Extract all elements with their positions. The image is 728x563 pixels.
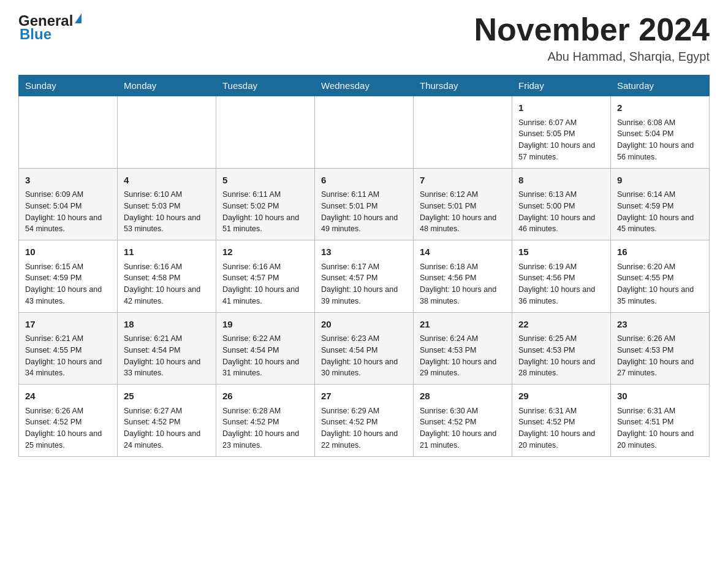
day-number: 12 [222,245,308,259]
weekday-header-tuesday: Tuesday [216,75,315,96]
day-info: Sunrise: 6:22 AM Sunset: 4:54 PM Dayligh… [222,334,299,377]
day-info: Sunrise: 6:26 AM Sunset: 4:53 PM Dayligh… [617,334,694,377]
day-number: 4 [124,174,210,188]
calendar-cell: 20Sunrise: 6:23 AM Sunset: 4:54 PM Dayli… [315,312,414,385]
day-info: Sunrise: 6:24 AM Sunset: 4:53 PM Dayligh… [420,334,496,377]
day-number: 19 [222,318,308,332]
day-number: 6 [321,174,407,188]
page-header: General Blue November 2024 Abu Hammad, S… [18,12,710,64]
calendar-cell: 27Sunrise: 6:29 AM Sunset: 4:52 PM Dayli… [315,385,414,457]
day-info: Sunrise: 6:17 AM Sunset: 4:57 PM Dayligh… [321,262,398,305]
calendar-week-row: 1Sunrise: 6:07 AM Sunset: 5:05 PM Daylig… [19,96,710,169]
weekday-header-friday: Friday [512,75,611,96]
day-info: Sunrise: 6:21 AM Sunset: 4:55 PM Dayligh… [25,334,102,377]
day-number: 7 [420,174,506,188]
calendar-header: SundayMondayTuesdayWednesdayThursdayFrid… [19,75,710,96]
calendar-cell: 11Sunrise: 6:16 AM Sunset: 4:58 PM Dayli… [118,240,216,313]
day-number: 9 [617,174,703,188]
weekday-header-row: SundayMondayTuesdayWednesdayThursdayFrid… [19,75,710,96]
calendar-cell [216,96,315,169]
logo-arrow-icon [75,13,82,23]
weekday-header-wednesday: Wednesday [315,75,414,96]
day-info: Sunrise: 6:07 AM Sunset: 5:05 PM Dayligh… [518,118,595,161]
day-info: Sunrise: 6:16 AM Sunset: 4:57 PM Dayligh… [222,262,299,305]
day-info: Sunrise: 6:31 AM Sunset: 4:52 PM Dayligh… [518,407,595,450]
calendar-cell: 25Sunrise: 6:27 AM Sunset: 4:52 PM Dayli… [118,385,216,457]
day-info: Sunrise: 6:11 AM Sunset: 5:02 PM Dayligh… [222,190,299,233]
calendar-cell: 14Sunrise: 6:18 AM Sunset: 4:56 PM Dayli… [414,240,512,313]
day-info: Sunrise: 6:14 AM Sunset: 4:59 PM Dayligh… [617,190,694,233]
calendar-cell: 2Sunrise: 6:08 AM Sunset: 5:04 PM Daylig… [611,96,710,169]
day-number: 8 [518,174,604,188]
location-text: Abu Hammad, Sharqia, Egypt [474,50,710,64]
calendar-week-row: 3Sunrise: 6:09 AM Sunset: 5:04 PM Daylig… [19,168,710,240]
weekday-header-monday: Monday [118,75,216,96]
calendar-cell: 7Sunrise: 6:12 AM Sunset: 5:01 PM Daylig… [414,168,512,240]
calendar-cell: 28Sunrise: 6:30 AM Sunset: 4:52 PM Dayli… [414,385,512,457]
day-number: 26 [222,389,308,404]
calendar-cell: 22Sunrise: 6:25 AM Sunset: 4:53 PM Dayli… [512,312,611,385]
calendar-cell: 23Sunrise: 6:26 AM Sunset: 4:53 PM Dayli… [611,312,710,385]
day-info: Sunrise: 6:19 AM Sunset: 4:56 PM Dayligh… [518,262,595,305]
weekday-header-saturday: Saturday [611,75,710,96]
day-number: 27 [321,389,407,404]
calendar-cell: 10Sunrise: 6:15 AM Sunset: 4:59 PM Dayli… [19,240,118,313]
day-number: 30 [617,389,703,404]
calendar-cell: 6Sunrise: 6:11 AM Sunset: 5:01 PM Daylig… [315,168,414,240]
day-info: Sunrise: 6:30 AM Sunset: 4:52 PM Dayligh… [420,407,496,450]
day-info: Sunrise: 6:11 AM Sunset: 5:01 PM Dayligh… [321,190,398,233]
day-info: Sunrise: 6:20 AM Sunset: 4:55 PM Dayligh… [617,262,694,305]
calendar-cell: 13Sunrise: 6:17 AM Sunset: 4:57 PM Dayli… [315,240,414,313]
day-info: Sunrise: 6:15 AM Sunset: 4:59 PM Dayligh… [25,262,102,305]
day-info: Sunrise: 6:16 AM Sunset: 4:58 PM Dayligh… [124,262,200,305]
day-number: 22 [518,318,604,332]
calendar-table: SundayMondayTuesdayWednesdayThursdayFrid… [18,75,710,457]
day-info: Sunrise: 6:12 AM Sunset: 5:01 PM Dayligh… [420,190,496,233]
calendar-week-row: 24Sunrise: 6:26 AM Sunset: 4:52 PM Dayli… [19,385,710,457]
calendar-cell: 16Sunrise: 6:20 AM Sunset: 4:55 PM Dayli… [611,240,710,313]
day-number: 10 [25,245,111,259]
day-number: 16 [617,245,703,259]
calendar-cell: 9Sunrise: 6:14 AM Sunset: 4:59 PM Daylig… [611,168,710,240]
day-number: 18 [124,318,210,332]
day-number: 17 [25,318,111,332]
logo-area: General Blue [18,12,82,43]
day-number: 24 [25,389,111,404]
calendar-cell: 5Sunrise: 6:11 AM Sunset: 5:02 PM Daylig… [216,168,315,240]
calendar-cell: 26Sunrise: 6:28 AM Sunset: 4:52 PM Dayli… [216,385,315,457]
calendar-cell: 8Sunrise: 6:13 AM Sunset: 5:00 PM Daylig… [512,168,611,240]
day-number: 29 [518,389,604,404]
day-number: 3 [25,174,111,188]
day-number: 25 [124,389,210,404]
day-number: 21 [420,318,506,332]
calendar-body: 1Sunrise: 6:07 AM Sunset: 5:05 PM Daylig… [19,96,710,457]
logo-blue-text: Blue [20,26,51,43]
calendar-cell [414,96,512,169]
day-number: 2 [617,101,703,115]
calendar-cell: 1Sunrise: 6:07 AM Sunset: 5:05 PM Daylig… [512,96,611,169]
day-number: 23 [617,318,703,332]
calendar-cell: 30Sunrise: 6:31 AM Sunset: 4:51 PM Dayli… [611,385,710,457]
day-info: Sunrise: 6:23 AM Sunset: 4:54 PM Dayligh… [321,334,398,377]
calendar-cell: 15Sunrise: 6:19 AM Sunset: 4:56 PM Dayli… [512,240,611,313]
day-number: 15 [518,245,604,259]
day-info: Sunrise: 6:25 AM Sunset: 4:53 PM Dayligh… [518,334,595,377]
day-info: Sunrise: 6:31 AM Sunset: 4:51 PM Dayligh… [617,407,694,450]
calendar-cell: 3Sunrise: 6:09 AM Sunset: 5:04 PM Daylig… [19,168,118,240]
day-info: Sunrise: 6:18 AM Sunset: 4:56 PM Dayligh… [420,262,496,305]
calendar-cell: 21Sunrise: 6:24 AM Sunset: 4:53 PM Dayli… [414,312,512,385]
day-number: 28 [420,389,506,404]
day-info: Sunrise: 6:13 AM Sunset: 5:00 PM Dayligh… [518,190,595,233]
calendar-cell: 19Sunrise: 6:22 AM Sunset: 4:54 PM Dayli… [216,312,315,385]
calendar-cell: 18Sunrise: 6:21 AM Sunset: 4:54 PM Dayli… [118,312,216,385]
calendar-cell: 24Sunrise: 6:26 AM Sunset: 4:52 PM Dayli… [19,385,118,457]
day-info: Sunrise: 6:29 AM Sunset: 4:52 PM Dayligh… [321,407,398,450]
calendar-cell: 29Sunrise: 6:31 AM Sunset: 4:52 PM Dayli… [512,385,611,457]
title-area: November 2024 Abu Hammad, Sharqia, Egypt [474,12,710,64]
calendar-week-row: 17Sunrise: 6:21 AM Sunset: 4:55 PM Dayli… [19,312,710,385]
day-info: Sunrise: 6:08 AM Sunset: 5:04 PM Dayligh… [617,118,694,161]
day-number: 11 [124,245,210,259]
weekday-header-sunday: Sunday [19,75,118,96]
calendar-cell [315,96,414,169]
calendar-cell: 4Sunrise: 6:10 AM Sunset: 5:03 PM Daylig… [118,168,216,240]
